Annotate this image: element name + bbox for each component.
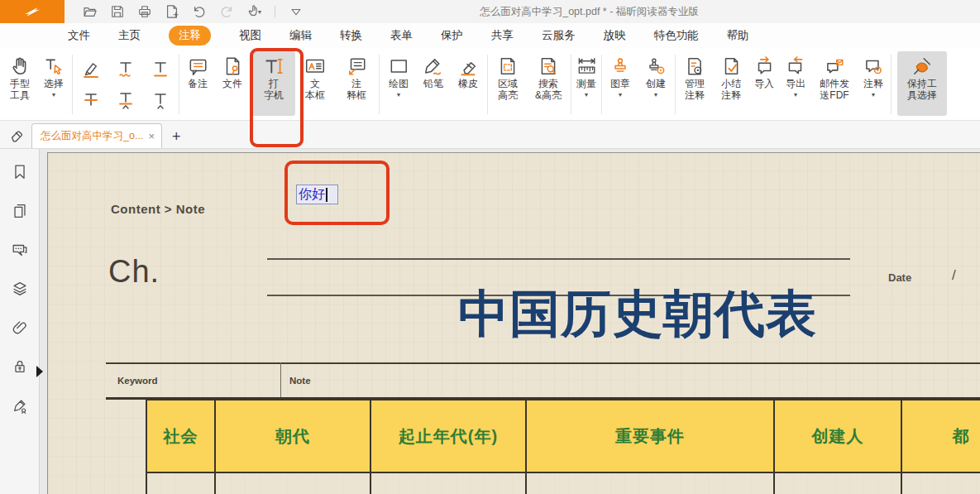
comments-panel-icon <box>11 241 29 259</box>
table-body-cell <box>527 473 775 494</box>
ribbon-button-squiggly-underline[interactable] <box>110 55 141 83</box>
ribbon-button-select[interactable]: 选择▼ <box>36 51 71 116</box>
ribbon-button-pencil[interactable]: 铅笔 <box>417 51 450 116</box>
ribbon-button-label: 橡皮 <box>458 79 478 90</box>
quick-access-page-plus-button[interactable] <box>163 2 181 21</box>
pencil-icon <box>423 54 444 79</box>
menu-item-云服务[interactable]: 云服务 <box>542 26 576 45</box>
quick-access-print-button[interactable] <box>136 2 154 21</box>
ribbon-button-callout[interactable]: 注释框 <box>335 51 378 116</box>
ribbon-button-textbox[interactable]: 文本框 <box>295 51 335 116</box>
ribbon-button-label: 小结 <box>721 79 741 90</box>
ribbon-button-label: 铅笔 <box>423 79 443 90</box>
chapter-prefix: Ch. <box>108 254 160 290</box>
menu-item-编辑[interactable]: 编辑 <box>289 26 312 45</box>
ribbon-button-label: 释框 <box>347 90 366 102</box>
ribbon-button-area-highlight[interactable]: 区域高亮 <box>489 51 527 116</box>
ribbon-button-email-fdf[interactable]: 邮件发送FDF <box>812 51 857 116</box>
sidebar-comments-panel-button[interactable] <box>9 240 31 260</box>
history-table-body-row <box>146 473 980 494</box>
ribbon-button-label: 图章 <box>610 79 630 90</box>
menu-item-表单[interactable]: 表单 <box>390 26 413 45</box>
ribbon-button-comments-menu[interactable]: 注释▼ <box>857 51 890 116</box>
tab-close-icon[interactable]: × <box>148 130 155 142</box>
note-label: Note <box>289 376 311 386</box>
eraser-tool-icon[interactable] <box>7 124 28 146</box>
ribbon-button-typewriter[interactable]: 打字机 <box>252 51 295 116</box>
menu-item-放映[interactable]: 放映 <box>604 26 626 45</box>
page-breadcrumb-text: Content > Note <box>111 202 205 216</box>
sidebar-bookmarks-panel-button[interactable] <box>9 162 31 182</box>
ribbon-button-summarize-comments[interactable]: 小结注释 <box>713 51 749 116</box>
sidebar-expand-handle[interactable] <box>36 366 43 377</box>
table-body-cell <box>775 473 902 494</box>
menu-item-特色功能[interactable]: 特色功能 <box>654 26 699 45</box>
header-rule-line <box>267 258 850 260</box>
ribbon-button-label: 创建 <box>646 79 666 90</box>
ribbon-group: 区域高亮搜索&高亮 <box>489 51 570 116</box>
quick-access-save-button[interactable] <box>108 2 127 21</box>
ribbon-button-label: 备注 <box>188 79 208 90</box>
menu-item-保护[interactable]: 保护 <box>441 26 463 45</box>
ribbon-button-label: 工具 <box>10 90 30 102</box>
summarize-icon <box>720 54 742 79</box>
ribbon-button-label: 文件 <box>222 79 242 90</box>
squiggly-underline-icon <box>116 59 136 79</box>
table-header-cell: 起止年代(年) <box>371 400 527 472</box>
quick-access-collapse-toolbar-button[interactable] <box>287 2 305 21</box>
ribbon-group-divider <box>179 55 179 114</box>
menu-item-主页[interactable]: 主页 <box>118 26 141 45</box>
document-tab[interactable]: 怎么面对高中学习_o... × <box>31 123 162 148</box>
ribbon-button-label: 选择 <box>44 79 64 90</box>
sidebar-attachments-panel-button[interactable] <box>9 318 31 338</box>
ribbon-button-file-attach[interactable]: 文件 <box>215 51 250 116</box>
navigation-sidebar <box>0 149 40 494</box>
ribbon-button-stamp[interactable]: 图章▼ <box>603 51 638 116</box>
highlight-icon <box>81 59 101 79</box>
ribbon-button-insert-text[interactable] <box>145 86 176 114</box>
document-area: Content > Note 你好 Ch. Date / 中国历史朝代表 Key… <box>0 149 980 494</box>
ribbon-button-hand-tool[interactable]: 手型工具 <box>3 51 36 116</box>
ribbon-group: 测量▼ <box>572 51 600 116</box>
quick-access-open-folder-button[interactable] <box>81 2 99 21</box>
dropdown-arrow-icon: ▼ <box>653 92 659 98</box>
export-icon <box>785 54 806 79</box>
menu-item-帮助[interactable]: 帮助 <box>727 26 749 45</box>
ribbon-button-replace-text[interactable] <box>110 86 141 114</box>
ribbon-button-highlight[interactable] <box>75 55 107 83</box>
sidebar-signature-panel-button[interactable] <box>9 396 31 415</box>
red-annotation-box-typewriter-text <box>284 161 390 225</box>
sidebar-pages-panel-button[interactable] <box>9 201 31 221</box>
sidebar-security-panel-button[interactable] <box>9 357 31 376</box>
ribbon-button-label: 本框 <box>305 90 325 102</box>
menu-item-注释[interactable]: 注释 <box>169 26 211 46</box>
table-body-cell <box>216 473 371 494</box>
ribbon-button-export-comments[interactable]: 导出▼ <box>779 51 812 116</box>
quick-access-undo-button[interactable] <box>190 2 208 21</box>
ribbon-group-divider <box>487 55 488 114</box>
ribbon-button-underline[interactable] <box>145 55 176 83</box>
quick-access-hand-mode-button[interactable]: ▼ <box>245 2 263 21</box>
menu-item-共享[interactable]: 共享 <box>491 26 514 45</box>
ribbon-button-import-comments[interactable]: 导入 <box>749 51 779 116</box>
replace-text-icon <box>116 90 136 110</box>
textbox-icon <box>304 54 326 79</box>
new-tab-button[interactable]: + <box>172 129 181 144</box>
ribbon-button-search-highlight[interactable]: 搜索&高亮 <box>527 51 570 116</box>
menu-item-文件[interactable]: 文件 <box>68 26 90 45</box>
sidebar-layers-panel-button[interactable] <box>9 279 31 299</box>
ribbon-button-note[interactable]: 备注 <box>180 51 215 116</box>
ribbon-button-keep-tool-selected[interactable]: 保持工具选择 <box>897 51 947 116</box>
mail-fdf-icon <box>824 54 845 79</box>
ribbon-button-draw[interactable]: 绘图▼ <box>380 51 417 116</box>
ribbon-button-strikeout[interactable] <box>75 86 107 114</box>
menu-item-视图[interactable]: 视图 <box>239 26 261 45</box>
ribbon-button-eraser[interactable]: 橡皮 <box>450 51 486 116</box>
menu-item-转换[interactable]: 转换 <box>340 26 362 45</box>
ribbon-button-create-stamp[interactable]: 创建▼ <box>638 51 674 116</box>
foxit-logo[interactable] <box>0 0 65 23</box>
ribbon-button-label: 送FDF <box>820 90 849 102</box>
quick-access-redo-button[interactable] <box>218 2 236 21</box>
ribbon-button-manage-comments[interactable]: 管理注释 <box>676 51 713 116</box>
ribbon-button-measure[interactable]: 测量▼ <box>572 51 600 116</box>
